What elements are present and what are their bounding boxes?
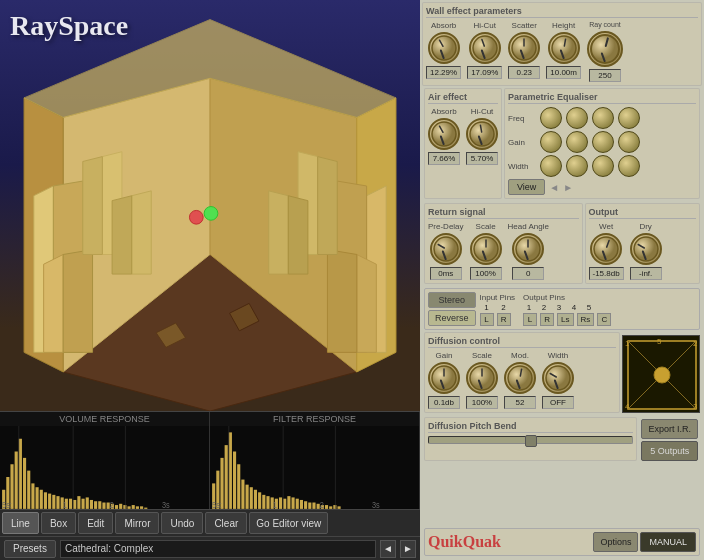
pitch-bend-thumb[interactable] xyxy=(525,435,537,447)
svg-rect-55 xyxy=(119,504,122,509)
svg-rect-75 xyxy=(233,452,236,509)
air-absorb-group: Absorb 7.66% xyxy=(428,107,460,165)
eq-grid: Freq Gain xyxy=(508,107,696,177)
mirror-button[interactable]: Mirror xyxy=(115,512,159,534)
diff-gain-value: 0.1db xyxy=(428,396,460,409)
svg-point-138 xyxy=(546,366,570,390)
eq-gain-knob2[interactable] xyxy=(566,131,588,153)
export-buttons: Export I.R. 5 Outputs xyxy=(639,417,700,463)
manual-button[interactable]: MANUAL xyxy=(640,532,696,552)
diff-width-value: OFF xyxy=(542,396,574,409)
scatter-knob[interactable] xyxy=(508,32,540,64)
raycount-value: 250 xyxy=(589,69,621,82)
eq-gain-knob1[interactable] xyxy=(540,131,562,153)
eq-freq-knob3[interactable] xyxy=(592,107,614,129)
svg-point-130 xyxy=(634,237,658,261)
input-pin-num1: 1 xyxy=(480,303,494,312)
svg-point-122 xyxy=(434,237,458,261)
input-pin-num2: 2 xyxy=(497,303,511,312)
svg-rect-100 xyxy=(337,506,340,509)
eq-width-knob3[interactable] xyxy=(592,155,614,177)
svg-rect-77 xyxy=(241,480,244,509)
eq-width-knob2[interactable] xyxy=(566,155,588,177)
diff-scale-knob[interactable] xyxy=(466,362,498,394)
clear-button[interactable]: Clear xyxy=(205,512,247,534)
diff-width-label: Width xyxy=(548,351,568,360)
svg-text:1: 1 xyxy=(625,339,630,348)
eq-width-row: Width xyxy=(508,155,696,177)
svg-rect-89 xyxy=(292,497,295,508)
predelay-knob[interactable] xyxy=(430,233,462,265)
output-title: Output xyxy=(589,207,697,219)
undo-button[interactable]: Undo xyxy=(161,512,203,534)
line-button[interactable]: Line xyxy=(2,512,39,534)
air-hicut-label: Hi-Cut xyxy=(471,107,494,116)
hicut-value: 17.09% xyxy=(467,66,502,79)
output-pin-char1: L xyxy=(523,313,537,326)
input-pin-numbers: 1 2 xyxy=(480,303,516,312)
pitch-bend-slider[interactable] xyxy=(428,436,633,444)
eq-gain-knob4[interactable] xyxy=(618,131,640,153)
eq-width-knob4[interactable] xyxy=(618,155,640,177)
svg-rect-43 xyxy=(69,499,72,509)
air-hicut-knob[interactable] xyxy=(466,118,498,150)
edit-button[interactable]: Edit xyxy=(78,512,113,534)
wet-value: -15.8db xyxy=(589,267,624,280)
stereo-button[interactable]: Stereo xyxy=(428,292,476,308)
wet-knob[interactable] xyxy=(590,233,622,265)
go-editor-button[interactable]: Go Editor view xyxy=(249,512,328,534)
pitch-bend-slider-row xyxy=(428,436,633,444)
preset-next-button[interactable]: ► xyxy=(400,540,416,558)
diffusion-knobs: Gain 0.1db Scale 100% xyxy=(428,351,616,409)
scatter-value: 0.23 xyxy=(508,66,540,79)
preset-prev-button[interactable]: ◄ xyxy=(380,540,396,558)
raycount-knob[interactable] xyxy=(587,31,623,67)
svg-text:3: 3 xyxy=(693,402,698,411)
wall-knobs-container: Absorb 12.29% Hi-Cut 17.09% xyxy=(426,21,698,82)
options-button[interactable]: Options xyxy=(593,532,638,552)
height-value: 10.00m xyxy=(546,66,581,79)
svg-rect-47 xyxy=(86,497,89,508)
eq-view-button[interactable]: View xyxy=(508,179,545,195)
eq-gain-knob3[interactable] xyxy=(592,131,614,153)
output-pins-section: Output Pins 1 2 3 4 5 L R Ls Rs C xyxy=(523,293,611,326)
headangle-knob[interactable] xyxy=(512,233,544,265)
eq-freq-knob2[interactable] xyxy=(566,107,588,129)
pitch-bend-section: Diffusion Pitch Bend xyxy=(424,417,637,461)
diff-width-knob[interactable] xyxy=(542,362,574,394)
output-pins-label: Output Pins xyxy=(523,293,611,302)
outputs-button[interactable]: 5 Outputs xyxy=(641,441,698,461)
svg-rect-87 xyxy=(283,499,286,509)
hicut-knob[interactable] xyxy=(469,32,501,64)
absorb-knob[interactable] xyxy=(428,32,460,64)
svg-rect-56 xyxy=(123,505,126,509)
dry-knob[interactable] xyxy=(630,233,662,265)
svg-rect-46 xyxy=(82,499,85,509)
room-display-container: 1 2 3 4 5 xyxy=(622,332,700,415)
presets-button[interactable]: Presets xyxy=(4,540,56,558)
eq-width-label: Width xyxy=(508,162,536,171)
diff-gain-knob[interactable] xyxy=(428,362,460,394)
predelay-value: 0ms xyxy=(430,267,462,280)
svg-rect-49 xyxy=(94,501,97,509)
svg-rect-79 xyxy=(250,487,253,509)
box-button[interactable]: Box xyxy=(41,512,76,534)
output-pin-char2: R xyxy=(540,313,554,326)
air-absorb-knob[interactable] xyxy=(428,118,460,150)
svg-marker-13 xyxy=(327,250,356,353)
reverse-button[interactable]: Reverse xyxy=(428,310,476,326)
svg-rect-97 xyxy=(325,505,328,509)
height-knob[interactable] xyxy=(548,32,580,64)
svg-text:2: 2 xyxy=(693,339,698,348)
wet-group: Wet -15.8db xyxy=(589,222,624,280)
svg-text:1: 1 xyxy=(63,500,67,509)
scale-knob[interactable] xyxy=(470,233,502,265)
dry-group: Dry -inf. xyxy=(630,222,662,280)
left-panel: RaySpace xyxy=(0,0,420,560)
eq-width-knob1[interactable] xyxy=(540,155,562,177)
eq-freq-knob1[interactable] xyxy=(540,107,562,129)
svg-marker-9 xyxy=(63,250,92,353)
export-ir-button[interactable]: Export I.R. xyxy=(641,419,698,439)
eq-freq-knob4[interactable] xyxy=(618,107,640,129)
diff-mod-knob[interactable] xyxy=(504,362,536,394)
